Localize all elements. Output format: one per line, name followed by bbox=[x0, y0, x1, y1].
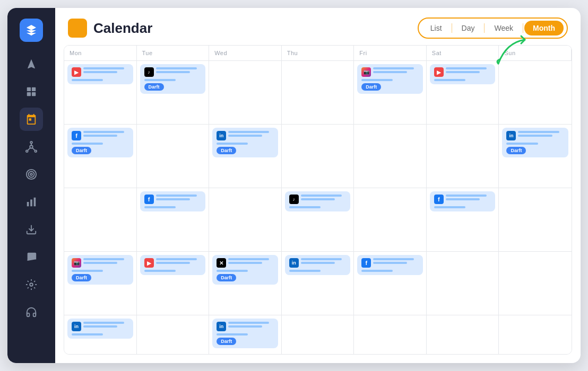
day-header-wed: Wed bbox=[209, 46, 282, 61]
day-cell-r5c1[interactable]: in bbox=[64, 315, 137, 355]
day-cell-r4c1[interactable]: 📷 Darft bbox=[64, 252, 137, 315]
linkedin-icon: in bbox=[506, 131, 516, 140]
youtube-icon: ▶ bbox=[72, 67, 81, 77]
event-card[interactable]: in bbox=[67, 319, 133, 339]
day-cell-r1c6[interactable]: ▶ bbox=[427, 61, 499, 125]
day-cell-r5c4 bbox=[282, 315, 354, 355]
sidebar-item-calendar[interactable] bbox=[20, 108, 43, 131]
view-btn-day[interactable]: Day bbox=[453, 21, 483, 36]
network-icon bbox=[25, 141, 37, 153]
facebook-icon: f bbox=[72, 131, 81, 140]
event-card[interactable]: 📷 Darft bbox=[67, 255, 133, 285]
svg-rect-16 bbox=[34, 198, 36, 207]
day-cell-r1c5[interactable]: 📷 Darft bbox=[354, 61, 427, 125]
event-line bbox=[83, 71, 117, 73]
youtube-icon: ▶ bbox=[434, 67, 444, 77]
event-card[interactable]: ▶ bbox=[67, 64, 133, 84]
event-line bbox=[156, 71, 190, 73]
event-line bbox=[228, 258, 269, 260]
day-cell-r3c6[interactable]: f bbox=[427, 188, 499, 252]
day-cell-r2c7[interactable]: in Darft bbox=[499, 125, 572, 188]
svg-point-12 bbox=[29, 172, 34, 178]
sidebar-item-support[interactable] bbox=[20, 301, 43, 324]
event-card[interactable]: ▶ bbox=[140, 255, 206, 275]
day-cell-r1c1[interactable]: ▶ bbox=[64, 61, 137, 125]
svg-point-7 bbox=[34, 150, 37, 152]
sidebar-item-analytics[interactable] bbox=[20, 190, 43, 214]
event-card[interactable]: ▶ bbox=[430, 64, 496, 84]
settings-icon bbox=[25, 279, 37, 290]
event-line bbox=[506, 143, 538, 145]
event-card[interactable]: ♪ Darft bbox=[140, 64, 206, 94]
day-cell-r4c2[interactable]: ▶ bbox=[137, 252, 210, 315]
day-header-mon: Mon bbox=[64, 46, 137, 61]
library-icon bbox=[25, 251, 37, 263]
day-cell-r5c2 bbox=[137, 315, 210, 355]
event-card[interactable]: f bbox=[357, 255, 423, 275]
day-cell-r1c2[interactable]: ♪ Darft bbox=[137, 61, 210, 125]
day-header-tue: Tue bbox=[137, 46, 210, 61]
event-line bbox=[228, 322, 269, 324]
event-card[interactable]: in Darft bbox=[502, 128, 568, 157]
event-line bbox=[446, 195, 487, 197]
day-cell-r5c3[interactable]: in Darft bbox=[209, 315, 282, 355]
svg-point-6 bbox=[26, 150, 28, 152]
sidebar bbox=[7, 8, 55, 363]
svg-rect-14 bbox=[27, 202, 29, 206]
header-left: Calendar bbox=[68, 19, 152, 38]
view-btn-list[interactable]: List bbox=[422, 21, 451, 36]
day-cell-r3c2[interactable]: f bbox=[137, 188, 210, 252]
navigation-icon bbox=[25, 58, 37, 70]
event-card[interactable]: f bbox=[430, 191, 496, 211]
sidebar-item-navigation[interactable] bbox=[20, 52, 43, 76]
sidebar-item-dashboard[interactable] bbox=[20, 80, 43, 103]
event-line bbox=[156, 198, 190, 200]
event-line bbox=[518, 131, 559, 133]
svg-point-5 bbox=[30, 142, 32, 144]
event-line bbox=[373, 71, 407, 73]
linkedin-icon: in bbox=[289, 258, 299, 268]
event-line bbox=[144, 206, 176, 208]
sidebar-item-settings[interactable] bbox=[20, 273, 43, 296]
day-header-fri: Fri bbox=[354, 46, 427, 61]
event-card[interactable]: in Darft bbox=[212, 128, 278, 157]
draft-badge: Darft bbox=[217, 274, 236, 281]
svg-line-10 bbox=[32, 148, 35, 151]
sidebar-item-network[interactable] bbox=[20, 135, 43, 158]
event-card[interactable]: in bbox=[285, 255, 351, 275]
day-cell-r4c4[interactable]: in bbox=[282, 252, 354, 315]
svg-rect-2 bbox=[27, 92, 31, 96]
event-card[interactable]: in Darft bbox=[212, 319, 278, 348]
day-cell-r2c2 bbox=[137, 125, 210, 188]
day-cell-r2c5 bbox=[354, 125, 427, 188]
event-card[interactable]: f bbox=[140, 191, 206, 211]
day-cell-r3c3 bbox=[209, 188, 282, 252]
event-card[interactable]: ♪ bbox=[285, 191, 351, 211]
linkedin-icon: in bbox=[217, 131, 226, 140]
day-cell-r2c3[interactable]: in Darft bbox=[209, 125, 282, 188]
day-cell-r4c3[interactable]: ✕ Darft bbox=[209, 252, 282, 315]
day-cell-r3c5 bbox=[354, 188, 427, 252]
youtube-icon: ▶ bbox=[144, 258, 154, 268]
event-line bbox=[373, 262, 407, 264]
sidebar-item-download[interactable] bbox=[20, 218, 43, 241]
day-cell-r1c3 bbox=[209, 61, 282, 125]
sidebar-item-library[interactable] bbox=[20, 245, 43, 269]
event-line bbox=[144, 270, 176, 272]
day-cell-r4c5[interactable]: f bbox=[354, 252, 427, 315]
chart-icon bbox=[25, 196, 37, 208]
day-cell-r2c4 bbox=[282, 125, 354, 188]
day-cell-r3c1 bbox=[64, 188, 137, 252]
event-card[interactable]: 📷 Darft bbox=[357, 64, 423, 94]
svg-line-9 bbox=[28, 148, 31, 151]
event-card[interactable]: f Darft bbox=[67, 128, 133, 157]
twitter-icon: ✕ bbox=[217, 258, 226, 268]
day-cell-r3c7 bbox=[499, 188, 572, 252]
event-card[interactable]: ✕ Darft bbox=[212, 255, 278, 285]
day-cell-r2c1[interactable]: f Darft bbox=[64, 125, 137, 188]
event-line bbox=[217, 143, 248, 145]
event-line bbox=[83, 262, 117, 264]
day-cell-r3c4[interactable]: ♪ bbox=[282, 188, 354, 252]
app-logo[interactable] bbox=[20, 19, 43, 42]
sidebar-item-target[interactable] bbox=[20, 163, 43, 186]
